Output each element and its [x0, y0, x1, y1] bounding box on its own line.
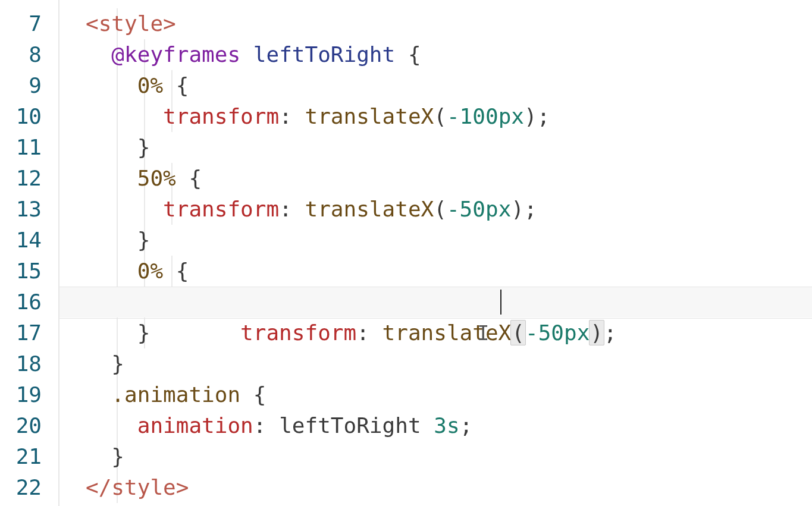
line-number[interactable]: 11: [0, 132, 58, 163]
tag-name: style: [99, 11, 163, 36]
brace-open: {: [408, 42, 421, 67]
keyframe-selector: 0%: [137, 259, 163, 283]
css-value: -50px: [525, 320, 590, 345]
keyframe-selector: 50%: [137, 166, 176, 190]
css-value: 3s: [434, 413, 459, 438]
tag-open: </: [86, 475, 111, 499]
code-line[interactable]: .animation {: [86, 379, 812, 410]
brace-close: }: [137, 135, 151, 159]
code-line[interactable]: transform: translateX(-50px);: [86, 194, 812, 225]
line-number[interactable]: 9: [0, 70, 58, 101]
brace-open: {: [253, 382, 267, 407]
code-line[interactable]: transform: translateX(-100px);: [86, 101, 812, 132]
brace-open: {: [176, 259, 189, 283]
line-number[interactable]: 14: [0, 225, 58, 256]
css-property: transform: [240, 320, 356, 345]
colon: :: [279, 104, 292, 128]
code-line[interactable]: @keyframes leftToRight {: [86, 39, 812, 70]
line-number[interactable]: 12: [0, 163, 58, 194]
paren-close: ): [524, 104, 537, 128]
css-function: translateX: [305, 197, 434, 221]
colon: :: [356, 320, 369, 345]
colon: :: [253, 413, 267, 438]
text-caret: [500, 290, 501, 315]
code-line[interactable]: 0% {: [86, 256, 812, 287]
code-line[interactable]: 50% {: [86, 163, 812, 194]
line-number[interactable]: 13: [0, 194, 58, 225]
css-selector: .animation: [111, 382, 240, 407]
css-function: translateX: [305, 104, 434, 128]
brace-close: }: [111, 351, 124, 376]
brace-open: {: [176, 73, 189, 98]
brace-close: }: [111, 444, 124, 469]
css-property: animation: [137, 413, 253, 438]
line-number[interactable]: 19: [0, 379, 58, 410]
keyframe-selector: 0%: [137, 73, 163, 98]
line-number[interactable]: 22: [0, 472, 58, 503]
line-number[interactable]: 20: [0, 410, 58, 441]
css-value: leftToRight: [279, 413, 421, 438]
line-number-gutter: 7 8 9 10 11 12 13 14 15 16 17 18 19 20 2…: [0, 0, 59, 506]
paren-open-matched: (: [510, 320, 526, 345]
code-line-active[interactable]: transform: translateX(-50px);: [86, 287, 812, 318]
code-line[interactable]: }: [86, 348, 812, 379]
paren-open: (: [434, 197, 447, 221]
line-number[interactable]: 8: [0, 39, 58, 70]
css-property: transform: [163, 104, 279, 128]
tag-name: style: [111, 475, 175, 499]
tag-open: <: [86, 11, 99, 36]
css-function: translateX: [383, 320, 512, 345]
brace-close: }: [137, 320, 151, 345]
tag-close: >: [176, 475, 189, 499]
code-line[interactable]: }: [86, 225, 812, 256]
code-line[interactable]: }: [86, 132, 812, 163]
semicolon: ;: [604, 320, 617, 345]
line-number[interactable]: 21: [0, 441, 58, 472]
paren-close-matched: ): [589, 320, 604, 345]
paren-open: (: [434, 104, 447, 128]
code-line[interactable]: }: [86, 441, 812, 472]
line-number[interactable]: 18: [0, 348, 58, 379]
code-line[interactable]: animation: leftToRight 3s;: [86, 410, 812, 441]
code-editor: 7 8 9 10 11 12 13 14 15 16 17 18 19 20 2…: [0, 0, 812, 506]
at-rule: @keyframes: [111, 42, 240, 67]
brace-close: }: [137, 228, 151, 252]
brace-open: {: [189, 166, 202, 190]
paren-close: ): [511, 197, 524, 221]
line-number[interactable]: 15: [0, 256, 58, 287]
code-line[interactable]: </style>: [86, 472, 812, 503]
css-property: transform: [163, 197, 279, 221]
semicolon: ;: [537, 104, 550, 128]
line-number[interactable]: 17: [0, 318, 58, 348]
code-area[interactable]: <style> @keyframes leftToRight { 0% { tr…: [59, 0, 812, 506]
keyframes-name: leftToRight: [253, 42, 395, 67]
code-line[interactable]: 0% {: [86, 70, 812, 101]
tag-close: >: [163, 11, 176, 36]
semicolon: ;: [524, 197, 537, 221]
line-number[interactable]: 10: [0, 101, 58, 132]
line-number[interactable]: 7: [0, 8, 58, 39]
css-value: -100px: [447, 104, 524, 128]
colon: :: [279, 197, 292, 221]
line-number[interactable]: 16: [0, 287, 58, 318]
css-value: -50px: [447, 197, 511, 221]
semicolon: ;: [460, 413, 473, 438]
code-line[interactable]: <style>: [86, 8, 812, 39]
